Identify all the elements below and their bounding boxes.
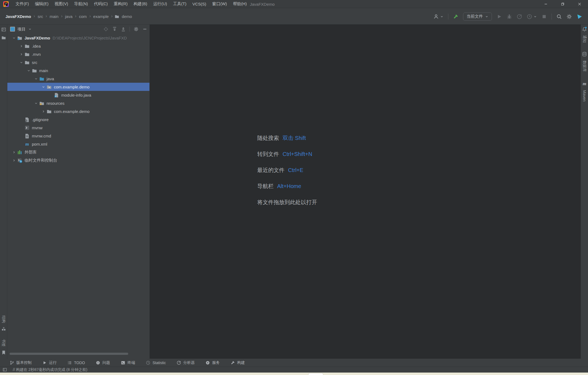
menu-file[interactable]: 文件(F) xyxy=(13,0,32,8)
tree-row-mvnw-cmd[interactable]: mvnw.cmd xyxy=(7,132,149,140)
tree-row-mvn[interactable]: .mvn xyxy=(7,50,149,58)
chevron-right-icon xyxy=(60,15,63,18)
build-hammer-icon[interactable] xyxy=(453,14,458,19)
tree-row-resources[interactable]: resources xyxy=(7,99,149,107)
layout-icon[interactable] xyxy=(3,368,7,372)
taskbar-item xyxy=(308,373,323,375)
tree-row-src[interactable]: src xyxy=(7,58,149,66)
breadcrumb-demo[interactable]: demo xyxy=(121,14,133,19)
resources-folder-icon xyxy=(39,101,44,106)
tree-label: mvnw.cmd xyxy=(32,134,51,138)
chevron-right-icon[interactable] xyxy=(18,44,24,48)
chevron-down-icon[interactable] xyxy=(33,76,39,81)
chevron-down-icon[interactable] xyxy=(18,60,24,64)
menu-window[interactable]: 窗口(W) xyxy=(209,0,230,8)
run-button-icon[interactable] xyxy=(497,14,502,19)
settings-gear-icon[interactable] xyxy=(566,14,572,19)
expand-all-icon[interactable] xyxy=(112,27,117,32)
horizontal-scrollbar[interactable] xyxy=(10,353,128,355)
project-panel-title[interactable]: 项目 xyxy=(17,27,26,32)
project-tool-window-icon[interactable] xyxy=(1,27,6,32)
tree-row-resources-com-example-demo[interactable]: com.example.demo xyxy=(7,107,149,115)
menu-build[interactable]: 构建(B) xyxy=(131,0,150,8)
chevron-down-icon[interactable] xyxy=(28,27,32,31)
left-tool-stripe: 结构 书签 xyxy=(0,24,7,359)
menu-refactor[interactable]: 重构(R) xyxy=(111,0,131,8)
tree-label: main xyxy=(39,68,48,73)
hammer-icon xyxy=(231,361,235,365)
restore-button[interactable] xyxy=(554,0,571,8)
menu-code[interactable]: 代码(C) xyxy=(91,0,111,8)
breadcrumb-example[interactable]: example xyxy=(92,14,110,19)
select-opened-file-icon[interactable] xyxy=(103,27,108,32)
tool-button-label: 分析器 xyxy=(183,360,195,365)
menu-help[interactable]: 帮助(H) xyxy=(230,0,250,8)
tool-button-problems[interactable]: 问题 xyxy=(96,360,110,365)
tree-row-gitignore[interactable]: .gitignore xyxy=(7,115,149,124)
chevron-down-icon[interactable] xyxy=(25,68,32,73)
tree-row-javafxdemo[interactable]: JavaFXDemo D:\IDEAProjects\JCNCProjects\… xyxy=(7,34,149,42)
folder-icon[interactable] xyxy=(1,35,6,40)
code-with-me-icon[interactable] xyxy=(577,14,583,20)
minimize-button[interactable] xyxy=(537,0,554,8)
chevron-down-icon[interactable] xyxy=(11,36,17,40)
breadcrumb-java[interactable]: java xyxy=(64,14,74,19)
tree-row-main[interactable]: main xyxy=(7,66,149,75)
run-with-coverage-icon[interactable] xyxy=(527,14,532,19)
sidebar-item-structure[interactable]: 结构 xyxy=(0,315,7,331)
hide-panel-icon[interactable] xyxy=(142,27,147,32)
menu-navigate[interactable]: 导航(N) xyxy=(71,0,91,8)
tool-button-todo[interactable]: TODO xyxy=(68,361,85,365)
tree-row-pom-xml[interactable]: m pom.xml xyxy=(7,140,149,148)
stop-button-icon[interactable] xyxy=(541,14,547,19)
shortcut-label: 导航栏 xyxy=(257,183,274,190)
menu-run[interactable]: 运行(U) xyxy=(150,0,170,8)
tree-row-scratches[interactable]: 临时文件和控制台 xyxy=(7,156,149,164)
collapse-all-icon[interactable] xyxy=(121,27,126,32)
chevron-down-icon[interactable] xyxy=(40,85,47,89)
chevron-right-icon[interactable] xyxy=(40,109,47,113)
tree-row-com-example-demo[interactable]: com.example.demo xyxy=(7,83,149,91)
profiler-button-icon[interactable] xyxy=(517,14,522,19)
toolbar-divider xyxy=(552,14,552,20)
debug-button-icon[interactable] xyxy=(507,14,512,19)
shortcut-keys: Ctrl+E xyxy=(288,167,303,173)
chevron-right-icon[interactable] xyxy=(18,52,24,56)
close-button[interactable] xyxy=(571,0,588,8)
tool-button-build[interactable]: 构建 xyxy=(231,360,245,365)
search-everywhere-icon[interactable] xyxy=(556,14,562,19)
tree-row-mvnw[interactable]: mvnw xyxy=(7,124,149,132)
breadcrumb-src[interactable]: src xyxy=(36,14,44,19)
database-icon xyxy=(582,52,587,57)
tree-row-external-libraries[interactable]: 外部库 xyxy=(7,148,149,156)
user-profile-icon[interactable] xyxy=(433,14,439,19)
sidebar-item-bookmarks[interactable]: 书签 xyxy=(0,338,7,355)
menu-view[interactable]: 视图(V) xyxy=(51,0,71,8)
structure-icon xyxy=(1,327,6,331)
tool-button-services[interactable]: 服务 xyxy=(206,360,220,365)
menu-tools[interactable]: 工具(T) xyxy=(170,0,189,8)
tool-button-profiler[interactable]: 分析器 xyxy=(177,360,195,365)
menu-edit[interactable]: 编辑(E) xyxy=(32,0,51,8)
tool-button-statistic[interactable]: Statistic xyxy=(146,361,166,365)
menu-vcs[interactable]: VCS(S) xyxy=(189,0,209,8)
tool-button-run[interactable]: 运行 xyxy=(42,360,57,365)
chevron-right-icon[interactable] xyxy=(11,158,17,162)
tool-button-label: 构建 xyxy=(237,360,245,365)
breadcrumb-project[interactable]: JavaFXDemo xyxy=(4,14,32,19)
tool-button-terminal[interactable]: 终端 xyxy=(121,360,135,365)
run-configuration-select[interactable]: 当前文件 xyxy=(463,13,492,21)
options-gear-icon[interactable] xyxy=(134,27,139,32)
todo-list-icon xyxy=(68,361,72,365)
breadcrumb-main[interactable]: main xyxy=(48,14,60,19)
shortcut-goto-file: 转到文件 Ctrl+Shift+N xyxy=(257,146,321,162)
sidebar-item-notifications[interactable]: 通知 xyxy=(581,27,588,44)
status-message[interactable]: // 构建在 2秒87毫秒内成功完成 (8 分钟之前) xyxy=(13,367,87,372)
tree-row-java[interactable]: java xyxy=(7,75,149,83)
breadcrumb-com[interactable]: com xyxy=(78,14,88,19)
chevron-down-icon[interactable] xyxy=(33,101,39,105)
tree-row-idea[interactable]: .idea xyxy=(7,42,149,50)
tree-row-module-info[interactable]: module-info.java xyxy=(7,91,149,99)
tool-button-version-control[interactable]: 版本控制 xyxy=(10,360,32,365)
chevron-right-icon[interactable] xyxy=(11,150,17,154)
